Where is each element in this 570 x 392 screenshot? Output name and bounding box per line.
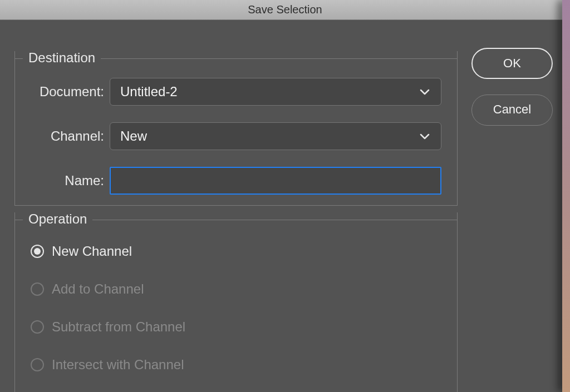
radio-intersect-with-channel bbox=[31, 358, 44, 371]
radio-row-intersect-with-channel: Intersect with Channel bbox=[31, 357, 184, 373]
cancel-button[interactable]: Cancel bbox=[471, 95, 553, 126]
radio-new-channel[interactable] bbox=[31, 245, 44, 258]
name-row: Name: bbox=[15, 167, 457, 195]
destination-legend: Destination bbox=[23, 50, 101, 66]
radio-label: Subtract from Channel bbox=[52, 319, 185, 335]
window-edge-decoration bbox=[562, 0, 570, 392]
radio-add-to-channel bbox=[31, 282, 44, 296]
chevron-down-icon bbox=[420, 88, 430, 96]
document-select[interactable]: Untitled-2 bbox=[110, 78, 441, 106]
radio-label: Add to Channel bbox=[52, 281, 144, 297]
destination-fieldset: Destination Document: Untitled-2 Channel… bbox=[14, 51, 458, 206]
main-column: Destination Document: Untitled-2 Channel… bbox=[10, 20, 459, 387]
channel-select-value: New bbox=[120, 128, 147, 143]
radio-label: Intersect with Channel bbox=[52, 357, 184, 373]
dialog-buttons: OK Cancel bbox=[463, 48, 561, 141]
document-select-value: Untitled-2 bbox=[120, 84, 178, 99]
ok-button[interactable]: OK bbox=[471, 48, 553, 79]
radio-label: New Channel bbox=[52, 244, 132, 259]
document-label: Document: bbox=[15, 84, 110, 100]
radio-row-new-channel[interactable]: New Channel bbox=[31, 244, 132, 259]
radio-row-add-to-channel: Add to Channel bbox=[31, 281, 144, 297]
radio-subtract-from-channel bbox=[31, 320, 44, 334]
fieldset-border-top: Destination bbox=[15, 51, 457, 66]
chevron-down-icon bbox=[420, 132, 430, 140]
channel-row: Channel: New bbox=[15, 122, 457, 150]
channel-select[interactable]: New bbox=[110, 122, 441, 150]
operation-fieldset: Operation New Channel Add to Channel Sub… bbox=[14, 212, 458, 392]
channel-label: Channel: bbox=[15, 128, 110, 144]
dialog-title: Save Selection bbox=[0, 0, 570, 20]
document-row: Document: Untitled-2 bbox=[15, 78, 457, 106]
name-input[interactable] bbox=[110, 167, 441, 195]
dialog-body: Destination Document: Untitled-2 Channel… bbox=[0, 20, 570, 392]
operation-legend: Operation bbox=[23, 211, 92, 227]
name-label: Name: bbox=[15, 173, 110, 188]
fieldset-border-top: Operation bbox=[15, 212, 457, 227]
radio-row-subtract-from-channel: Subtract from Channel bbox=[31, 319, 185, 335]
